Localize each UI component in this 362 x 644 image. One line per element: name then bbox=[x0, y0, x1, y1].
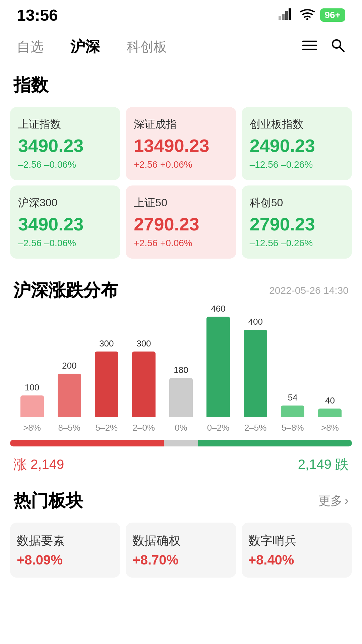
bar-group: 40>8% bbox=[311, 395, 349, 433]
sector-change-2: +8.40% bbox=[248, 552, 345, 568]
index-card-change-4: +2.56 +0.06% bbox=[134, 238, 228, 249]
index-card-1[interactable]: 深证成指 13490.23 +2.56 +0.06% bbox=[126, 107, 236, 180]
bar-group: 4600–2% bbox=[200, 304, 237, 433]
tab-zixuan[interactable]: 自选 bbox=[17, 38, 44, 56]
index-card-5[interactable]: 科创50 2790.23 –12.56 –0.26% bbox=[242, 185, 352, 259]
bar-chart: 100>8%2008–5%3005–2%3002–0%1800%4600–2%4… bbox=[0, 306, 362, 436]
index-grid: 上证指数 3490.23 –2.56 –0.06% 深证成指 13490.23 … bbox=[0, 104, 362, 269]
index-card-name-2: 创业板指数 bbox=[250, 117, 344, 132]
svg-rect-5 bbox=[302, 41, 317, 42]
sector-change-0: +8.09% bbox=[17, 552, 114, 568]
chevron-right-icon: › bbox=[345, 494, 349, 508]
index-card-name-3: 沪深300 bbox=[18, 196, 112, 210]
battery-badge: 96+ bbox=[320, 8, 346, 22]
progress-bar bbox=[10, 440, 352, 446]
bar-range-label: 5–8% bbox=[282, 423, 304, 433]
bar-range-label: 0% bbox=[175, 423, 187, 433]
more-link[interactable]: 更多 › bbox=[318, 493, 349, 509]
bar-rect bbox=[132, 352, 156, 417]
bar-rect bbox=[318, 409, 342, 417]
bar-rect bbox=[206, 317, 230, 417]
index-card-3[interactable]: 沪深300 3490.23 –2.56 –0.06% bbox=[10, 185, 120, 259]
bar-range-label: 2–5% bbox=[244, 423, 267, 433]
index-card-change-0: –2.56 –0.06% bbox=[18, 159, 112, 170]
bar-group: 1800% bbox=[162, 365, 199, 433]
svg-point-8 bbox=[333, 40, 341, 48]
hot-sectors-title: 热门板块 bbox=[13, 489, 83, 513]
bar-rect bbox=[281, 406, 304, 417]
index-card-value-4: 2790.23 bbox=[134, 214, 228, 234]
sector-grid: 数据要素 +8.09% 数据确权 +8.70% 数字哨兵 +8.40% bbox=[0, 519, 362, 588]
status-time: 13:56 bbox=[17, 6, 58, 24]
index-card-value-5: 2790.23 bbox=[250, 214, 344, 234]
bar-value-label: 460 bbox=[211, 304, 225, 314]
bar-chart-inner: 100>8%2008–5%3005–2%3002–0%1800%4600–2%4… bbox=[10, 312, 352, 433]
bar-group: 545–8% bbox=[274, 392, 311, 433]
bar-rect bbox=[244, 330, 267, 417]
distribution-header: 沪深涨跌分布 2022-05-26 14:30 bbox=[0, 269, 362, 306]
index-card-name-1: 深证成指 bbox=[134, 117, 228, 132]
bar-rect bbox=[58, 374, 81, 417]
bar-range-label: >8% bbox=[321, 423, 339, 433]
index-card-change-1: +2.56 +0.06% bbox=[134, 159, 228, 170]
distribution-date: 2022-05-26 14:30 bbox=[269, 285, 349, 296]
wifi-icon bbox=[300, 8, 315, 23]
bar-range-label: 2–0% bbox=[133, 423, 155, 433]
bar-value-label: 300 bbox=[99, 338, 114, 349]
bar-value-label: 40 bbox=[325, 395, 335, 406]
bar-value-label: 100 bbox=[25, 382, 39, 393]
svg-rect-7 bbox=[302, 49, 317, 50]
hot-sectors-header: 热门板块 更多 › bbox=[0, 479, 362, 519]
bar-rect bbox=[169, 378, 193, 417]
progress-gray bbox=[164, 440, 198, 446]
sector-name-0: 数据要素 bbox=[17, 533, 114, 549]
bar-group: 100>8% bbox=[13, 382, 51, 433]
index-card-value-1: 13490.23 bbox=[134, 135, 228, 156]
svg-rect-3 bbox=[289, 8, 291, 20]
sector-card-1[interactable]: 数据确权 +8.70% bbox=[126, 523, 236, 578]
sector-card-0[interactable]: 数据要素 +8.09% bbox=[10, 523, 120, 578]
bar-range-label: >8% bbox=[23, 423, 41, 433]
sector-change-1: +8.70% bbox=[132, 552, 229, 568]
bar-range-label: 5–2% bbox=[96, 423, 118, 433]
signal-icon bbox=[279, 8, 295, 23]
menu-icon[interactable] bbox=[302, 38, 317, 56]
index-card-change-5: –12.56 –0.26% bbox=[250, 238, 344, 249]
index-card-2[interactable]: 创业板指数 2490.23 –12.56 –0.26% bbox=[242, 107, 352, 180]
index-card-value-0: 3490.23 bbox=[18, 135, 112, 156]
fall-count: 2,149 跌 bbox=[298, 455, 349, 474]
index-card-name-5: 科创50 bbox=[250, 196, 344, 210]
progress-red bbox=[10, 440, 164, 446]
svg-rect-1 bbox=[282, 14, 285, 20]
bar-group: 4002–5% bbox=[237, 317, 274, 433]
bar-value-label: 300 bbox=[136, 338, 151, 349]
svg-point-4 bbox=[306, 18, 308, 20]
svg-rect-6 bbox=[302, 45, 317, 46]
bar-range-label: 8–5% bbox=[58, 423, 80, 433]
sector-card-2[interactable]: 数字哨兵 +8.40% bbox=[242, 523, 352, 578]
index-card-name-0: 上证指数 bbox=[18, 117, 112, 132]
tab-hushen[interactable]: 沪深 bbox=[70, 37, 100, 57]
bar-value-label: 200 bbox=[62, 361, 76, 371]
bar-group: 3002–0% bbox=[125, 338, 162, 433]
nav-icons bbox=[302, 38, 345, 56]
tab-kechuang[interactable]: 科创板 bbox=[127, 38, 167, 56]
bar-value-label: 400 bbox=[248, 317, 263, 327]
status-bar: 13:56 96+ bbox=[0, 0, 362, 27]
index-card-0[interactable]: 上证指数 3490.23 –2.56 –0.06% bbox=[10, 107, 120, 180]
bar-range-label: 0–2% bbox=[207, 423, 230, 433]
search-icon[interactable] bbox=[330, 38, 345, 56]
rise-count: 涨 2,149 bbox=[13, 455, 64, 474]
index-card-name-4: 上证50 bbox=[134, 196, 228, 210]
svg-rect-2 bbox=[285, 11, 288, 20]
distribution-title: 沪深涨跌分布 bbox=[13, 279, 118, 302]
bar-rect bbox=[20, 395, 44, 417]
svg-line-9 bbox=[340, 47, 344, 51]
bar-group: 2008–5% bbox=[51, 361, 88, 433]
sector-name-1: 数据确权 bbox=[132, 533, 229, 549]
nav-tabs: 自选 沪深 科创板 bbox=[0, 27, 362, 63]
index-card-4[interactable]: 上证50 2790.23 +2.56 +0.06% bbox=[126, 185, 236, 259]
status-icons: 96+ bbox=[279, 8, 346, 23]
index-card-value-2: 2490.23 bbox=[250, 135, 344, 156]
bar-rect bbox=[95, 352, 118, 417]
